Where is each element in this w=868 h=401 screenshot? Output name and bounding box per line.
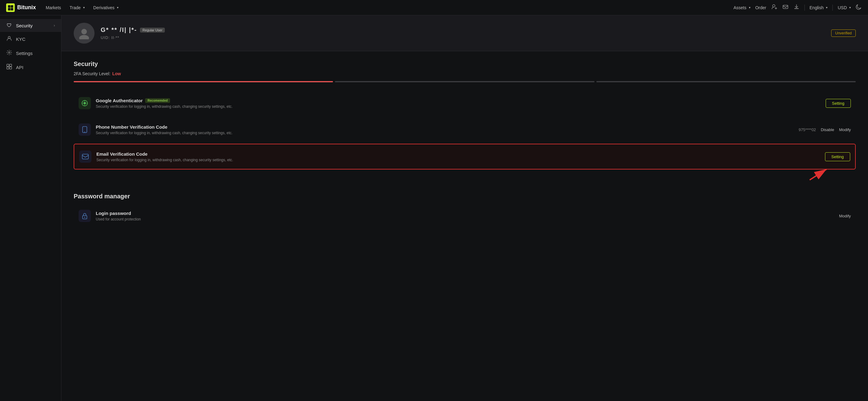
sidebar-label-api: API <box>16 65 23 70</box>
password-manager-title: Password manager <box>74 193 856 200</box>
svg-line-21 <box>810 169 827 180</box>
uid-value: II·** <box>112 35 119 40</box>
logo[interactable]: Bitunix <box>6 3 36 12</box>
sidebar-label-settings: Settings <box>16 51 33 56</box>
gear-icon <box>6 50 12 57</box>
lock-icon <box>79 210 91 222</box>
download-icon[interactable] <box>794 4 800 11</box>
phone-actions: 975****02 Disable Modify <box>799 127 851 132</box>
currency-btn[interactable]: USD <box>838 5 851 10</box>
phone-modify-btn[interactable]: Modify <box>839 127 851 132</box>
profile-info: G* ** /I| |*- Regular User UID: II·** <box>101 26 165 40</box>
divider <box>804 5 805 11</box>
google-auth-desc: Security verification for logging in, wi… <box>96 104 821 109</box>
email-actions: Setting <box>825 152 850 161</box>
sidebar-item-settings[interactable]: Settings <box>0 46 61 60</box>
sidebar-item-kyc[interactable]: KYC <box>0 32 61 46</box>
security-item-email: Email Verification Code Security verific… <box>74 144 856 169</box>
google-auth-icon <box>79 97 91 109</box>
recommended-badge: Recomemded <box>145 98 170 103</box>
email-title: Email Verification Code <box>96 151 820 157</box>
login-password-title: Login password <box>96 211 834 216</box>
phone-info: Phone Number Verification Code Security … <box>96 124 794 135</box>
profile-uid: UID: II·** <box>101 35 165 40</box>
header: Bitunix Markets Trade Derivatives Assets… <box>0 0 868 16</box>
google-auth-info: Google Authenticator Recomemded Security… <box>96 98 821 109</box>
svg-point-8 <box>9 52 10 54</box>
logo-icon <box>6 3 15 12</box>
profile-banner: G* ** /I| |*- Regular User UID: II·** Un… <box>61 16 868 51</box>
security-item-phone: Phone Number Verification Code Security … <box>74 117 856 142</box>
password-item-login: Login password Used for account protecti… <box>74 204 856 228</box>
svg-rect-6 <box>794 8 799 9</box>
main-layout: 🛡 Security › KYC Settings API <box>0 16 868 401</box>
phone-disable-btn[interactable]: Disable <box>821 127 834 132</box>
password-section: Password manager Login password Used for… <box>61 193 868 237</box>
svg-rect-5 <box>783 5 788 9</box>
sidebar-label-kyc: KYC <box>16 36 26 42</box>
svg-rect-2 <box>8 8 10 10</box>
moon-icon[interactable] <box>856 4 862 11</box>
progress-bar <box>74 81 856 82</box>
sidebar-item-api[interactable]: API <box>0 60 61 74</box>
nav-derivatives[interactable]: Derivatives <box>93 5 119 10</box>
language-btn[interactable]: English <box>810 5 828 10</box>
phone-number: 975****02 <box>799 127 816 132</box>
unverified-badge[interactable]: Unverified <box>831 29 856 37</box>
assets-btn[interactable]: Assets <box>734 5 750 10</box>
svg-rect-1 <box>11 5 13 8</box>
svg-rect-11 <box>7 67 9 69</box>
email-desc: Security verification for logging in, wi… <box>96 158 820 162</box>
api-icon <box>6 64 12 71</box>
svg-rect-3 <box>11 8 13 10</box>
logo-text: Bitunix <box>17 4 36 11</box>
google-auth-actions: Setting <box>826 99 851 108</box>
svg-point-13 <box>81 29 87 34</box>
svg-point-14 <box>79 35 89 39</box>
google-auth-setting-btn[interactable]: Setting <box>826 99 851 108</box>
login-password-desc: Used for account protection <box>96 217 834 221</box>
security-section: Security 2FA Security Level: Low Google … <box>61 51 868 181</box>
login-password-actions: Modify <box>839 214 851 218</box>
profile-left: G* ** /I| |*- Regular User UID: II·** <box>74 23 165 43</box>
login-password-info: Login password Used for account protecti… <box>96 211 834 221</box>
profile-name-row: G* ** /I| |*- Regular User <box>101 26 165 33</box>
phone-title: Phone Number Verification Code <box>96 124 794 130</box>
svg-rect-12 <box>9 67 12 69</box>
svg-rect-19 <box>82 154 88 159</box>
nav-trade[interactable]: Trade <box>70 5 85 10</box>
nav-markets[interactable]: Markets <box>46 5 61 10</box>
phone-desc: Security verification for logging in, wi… <box>96 131 794 135</box>
content: G* ** /I| |*- Regular User UID: II·** Un… <box>61 16 868 401</box>
arrow-annotation <box>807 166 831 182</box>
level-value: Low <box>112 71 121 76</box>
regular-user-badge: Regular User <box>140 28 165 33</box>
uid-label: UID: <box>101 35 110 40</box>
nav-links: Markets Trade Derivatives <box>46 5 724 10</box>
svg-point-16 <box>84 102 86 104</box>
google-auth-title: Google Authenticator Recomemded <box>96 98 821 103</box>
shield-icon: 🛡 <box>6 23 12 28</box>
header-right: Assets Order English USD <box>734 4 862 11</box>
security-item-google-auth: Google Authenticator Recomemded Security… <box>74 91 856 116</box>
avatar <box>74 23 95 43</box>
svg-point-23 <box>84 217 85 218</box>
svg-rect-10 <box>9 64 12 66</box>
svg-rect-9 <box>7 64 9 66</box>
security-level-row: 2FA Security Level: Low <box>74 71 856 76</box>
progress-seg-1 <box>74 81 333 82</box>
login-password-modify-btn[interactable]: Modify <box>839 214 851 218</box>
user-add-icon[interactable] <box>771 4 777 11</box>
email-setting-btn[interactable]: Setting <box>825 152 850 161</box>
order-btn[interactable]: Order <box>755 5 766 10</box>
sidebar-item-security[interactable]: 🛡 Security › <box>0 19 61 32</box>
svg-point-4 <box>773 5 775 7</box>
sidebar-arrow-security: › <box>54 23 55 28</box>
progress-seg-2 <box>335 81 594 82</box>
mail-icon[interactable] <box>782 4 788 11</box>
divider2 <box>832 5 833 11</box>
user-icon <box>6 36 12 42</box>
profile-name: G* ** /I| |*- <box>101 26 137 33</box>
email-icon <box>79 150 91 163</box>
email-info: Email Verification Code Security verific… <box>96 151 820 162</box>
